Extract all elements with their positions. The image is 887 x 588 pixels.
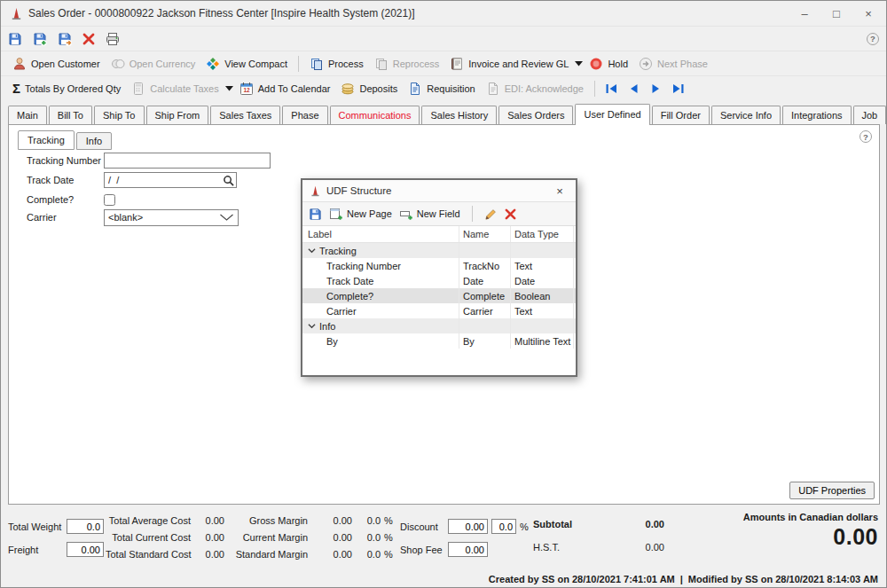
dialog-save-button[interactable] — [309, 208, 322, 221]
current-margin-label: Current Margin — [230, 532, 308, 543]
new-field-icon — [399, 207, 413, 221]
edi-acknowledge-button[interactable]: EDI: Acknowledge — [482, 80, 588, 98]
save-close-button[interactable] — [58, 32, 72, 46]
tab-ship-from[interactable]: Ship From — [146, 106, 209, 124]
dialog-titlebar: UDF Structure × — [302, 180, 576, 202]
print-button[interactable] — [106, 32, 120, 46]
currency-icon — [111, 57, 125, 71]
udf-field-row[interactable]: By By Multiline Text — [302, 333, 576, 349]
percent-sign: % — [384, 549, 393, 560]
cancel-delete-button[interactable] — [82, 33, 95, 45]
carrier-dropdown[interactable]: <blank> — [104, 209, 239, 226]
dialog-toolbar: New Page New Field — [302, 202, 576, 226]
column-label: Label — [302, 226, 459, 242]
tab-strip: Main Bill To Ship To Ship From Sales Tax… — [1, 100, 886, 124]
tab-ship-to[interactable]: Ship To — [94, 106, 145, 124]
tab-sales-taxes[interactable]: Sales Taxes — [210, 106, 280, 124]
panel-help-icon[interactable]: ? — [860, 130, 872, 143]
nav-last-button[interactable] — [671, 82, 685, 95]
date-lookup-magnifier-icon[interactable] — [223, 175, 234, 186]
tab-integrations[interactable]: Integrations — [782, 106, 851, 124]
discount-percent-input[interactable] — [491, 519, 516, 534]
udf-group-row[interactable]: Info — [302, 318, 576, 333]
requisition-button[interactable]: Requisition — [404, 80, 479, 98]
nav-next-button[interactable] — [649, 82, 663, 95]
tab-phase[interactable]: Phase — [282, 106, 327, 124]
tab-sales-history[interactable]: Sales History — [421, 106, 497, 124]
open-customer-button[interactable]: Open Customer — [8, 55, 105, 73]
invoice-review-gl-button[interactable]: Invoice and Review GL — [445, 55, 573, 73]
tab-service-info[interactable]: Service Info — [711, 106, 781, 124]
nav-previous-button[interactable] — [627, 82, 640, 95]
percent-sign: % — [520, 521, 529, 532]
tab-sales-orders[interactable]: Sales Orders — [498, 106, 573, 124]
gross-margin-pct: 0.0 — [356, 515, 381, 526]
carrier-label: Carrier — [27, 212, 104, 223]
tree-collapse-icon[interactable] — [308, 247, 316, 255]
maximize-button[interactable]: □ — [820, 2, 852, 25]
taxes-dropdown-caret-icon[interactable] — [225, 85, 233, 91]
udf-properties-button[interactable]: UDF Properties — [789, 482, 875, 499]
process-button[interactable]: Process — [305, 55, 368, 73]
gross-margin-value: 0.00 — [311, 515, 352, 526]
deposits-button[interactable]: Deposits — [336, 80, 402, 98]
total-average-cost-label: Total Average Cost — [106, 515, 191, 526]
add-to-calendar-button[interactable]: 12 Add To Calendar — [235, 80, 335, 98]
tab-user-defined[interactable]: User Defined — [575, 104, 649, 125]
total-standard-cost-value: 0.00 — [194, 549, 224, 560]
subtab-info[interactable]: Info — [76, 132, 112, 150]
new-page-button[interactable]: New Page — [329, 207, 392, 221]
tab-main[interactable]: Main — [8, 106, 47, 124]
help-icon[interactable]: ? — [867, 33, 879, 45]
nav-first-button[interactable] — [605, 82, 618, 95]
tab-fill-order[interactable]: Fill Order — [652, 106, 710, 124]
dialog-close-icon[interactable]: × — [551, 184, 569, 198]
tracking-number-input[interactable] — [104, 153, 271, 169]
calculate-taxes-button[interactable]: Calculate Taxes — [127, 80, 223, 98]
tree-collapse-icon[interactable] — [308, 322, 316, 330]
next-phase-button[interactable]: Next Phase — [634, 55, 712, 73]
udf-field-row[interactable]: Track Date Date Date — [302, 273, 576, 288]
udf-field-row[interactable]: Tracking Number TrackNo Text — [302, 258, 576, 273]
subtotal-label: Subtotal — [533, 519, 585, 529]
total-weight-input[interactable] — [67, 519, 104, 534]
discount-amount-input[interactable] — [448, 519, 488, 534]
percent-sign: % — [384, 532, 393, 543]
discount-label: Discount — [400, 521, 444, 532]
invoice-dropdown-caret-icon[interactable] — [575, 60, 583, 67]
current-margin-pct: 0.0 — [356, 532, 381, 543]
reprocess-button[interactable]: Reprocess — [370, 55, 444, 73]
status-created-modified: Created by SS on 28/10/2021 7:41:01 AM |… — [489, 574, 878, 584]
currency-note: Amounts in Canadian dollars — [743, 512, 878, 522]
chevron-down-icon — [219, 214, 234, 222]
hold-button[interactable]: Hold — [585, 55, 632, 73]
tab-communications[interactable]: Communications — [330, 106, 420, 124]
grand-total: 0.00 — [833, 524, 878, 550]
totals-footer: Total Weight Freight Total Average Cost … — [1, 505, 886, 587]
save-new-button[interactable] — [33, 32, 47, 46]
open-currency-button[interactable]: Open Currency — [106, 55, 200, 73]
edit-pencil-button[interactable] — [484, 208, 498, 221]
file-toolbar: ? — [1, 26, 886, 51]
shop-fee-input[interactable] — [448, 542, 488, 557]
tab-job[interactable]: Job — [853, 106, 887, 124]
freight-label: Freight — [8, 545, 63, 555]
freight-input[interactable] — [67, 542, 104, 557]
udf-field-row-selected[interactable]: Complete? Complete Boolean — [302, 288, 576, 303]
udf-group-row[interactable]: Tracking — [302, 243, 576, 258]
totals-by-ordered-qty-button[interactable]: Σ Totals By Ordered Qty — [8, 80, 125, 97]
subtab-tracking[interactable]: Tracking — [18, 130, 75, 150]
track-date-input[interactable] — [104, 172, 237, 188]
sales-order-window: Sales Order - 0000800922 Jackson Fitness… — [0, 0, 887, 588]
save-button[interactable] — [8, 32, 22, 46]
standard-margin-pct: 0.0 — [356, 549, 381, 560]
minimize-button[interactable]: – — [789, 2, 820, 25]
tab-bill-to[interactable]: Bill To — [49, 106, 92, 124]
complete-checkbox[interactable] — [104, 194, 115, 206]
view-compact-button[interactable]: View Compact — [201, 55, 292, 73]
udf-field-row[interactable]: Carrier Carrier Text — [302, 303, 576, 318]
close-button[interactable]: × — [852, 2, 884, 25]
new-field-button[interactable]: New Field — [399, 207, 460, 221]
delete-field-button[interactable] — [505, 208, 516, 220]
subtotal-value: 0.00 — [588, 519, 664, 529]
